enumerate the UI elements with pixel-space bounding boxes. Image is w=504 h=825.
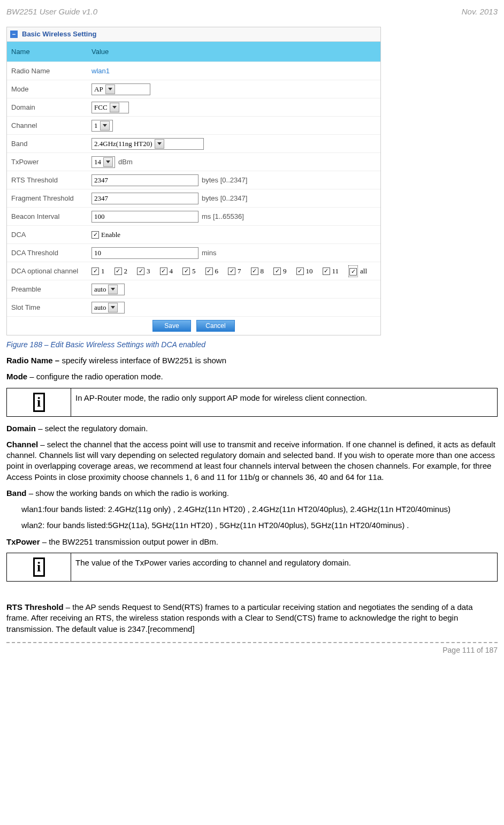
row-channel: Channel 1 <box>7 116 380 134</box>
row-radio-name: Radio Name wlan1 <box>7 62 380 80</box>
chevron-down-icon[interactable] <box>155 139 164 149</box>
dca-channel-label: 3 <box>147 266 150 276</box>
channel-select-value: 1 <box>94 121 98 131</box>
page-separator <box>6 642 498 643</box>
domain-text: – select the regulatory domain. <box>36 424 148 433</box>
dca-channel-label: 2 <box>124 266 128 276</box>
label-domain: Domain <box>7 100 87 116</box>
checkbox-icon <box>251 268 258 275</box>
preamble-select[interactable]: auto <box>91 284 125 295</box>
mode-select[interactable]: AP <box>91 83 150 95</box>
frag-input-value: 2347 <box>94 194 108 203</box>
row-beacon: Beacon Interval 100 ms [1..65536] <box>7 207 380 225</box>
note-text-1: In AP-Router mode, the radio only suppor… <box>71 388 498 416</box>
band-bold: Band <box>6 488 27 498</box>
dca-channel-4[interactable]: 4 <box>160 266 173 276</box>
chevron-down-icon[interactable] <box>105 85 115 94</box>
frag-input[interactable]: 2347 <box>91 193 198 204</box>
checkbox-icon <box>91 268 99 275</box>
rts-hint: bytes [0..2347] <box>202 175 247 185</box>
para-band: Band – show the working bands on which t… <box>6 488 498 499</box>
radio-name-bold: Radio Name – <box>6 356 62 365</box>
checkbox-icon <box>137 268 144 275</box>
page-number: Page 111 of 187 <box>6 645 498 655</box>
domain-bold: Domain <box>6 424 36 433</box>
dca-channel-5[interactable]: 5 <box>182 266 196 276</box>
note-box-2: i The value of the TxPower varies accord… <box>6 553 498 582</box>
checkbox-icon <box>349 268 357 276</box>
dca-channel-9[interactable]: 9 <box>273 266 287 276</box>
para-band-wlan1: wlan1:four bands listed: 2.4GHz(11g only… <box>21 504 498 515</box>
label-dca-threshold: DCA Threshold <box>7 245 87 261</box>
dca-channel-1[interactable]: 1 <box>91 266 105 276</box>
channel-select[interactable]: 1 <box>91 120 113 132</box>
row-mode: Mode AP <box>7 80 380 98</box>
frag-hint: bytes [0..2347] <box>202 194 247 203</box>
para-band-wlan2: wlan2: four bands listed:5GHz(11a), 5GHz… <box>21 520 498 531</box>
band-select[interactable]: 2.4GHz(11ng HT20) <box>91 138 204 150</box>
dca-enable-checkbox[interactable]: Enable <box>91 230 120 240</box>
dca-channel-label: 4 <box>170 266 173 276</box>
dca-threshold-input[interactable]: 10 <box>91 247 198 259</box>
info-icon: i <box>33 557 45 577</box>
label-frag: Fragment Threshold <box>7 190 87 207</box>
dca-channel-label: 5 <box>192 266 196 276</box>
chevron-down-icon[interactable] <box>100 121 110 131</box>
chevron-down-icon[interactable] <box>108 303 118 312</box>
mode-bold: Mode <box>6 372 27 381</box>
dca-channel-11[interactable]: 11 <box>323 266 339 276</box>
note-icon-cell: i <box>7 553 71 581</box>
beacon-input-value: 100 <box>94 212 105 221</box>
domain-select-value: FCC <box>94 103 108 112</box>
value-radio-name: wlan1 <box>91 66 110 76</box>
label-dca-optional: DCA optional channel <box>7 263 87 279</box>
dca-channel-label: 7 <box>238 266 241 276</box>
txpower-bold: TxPower <box>6 537 42 546</box>
chevron-down-icon[interactable] <box>110 103 119 112</box>
save-button[interactable]: Save <box>152 320 191 332</box>
label-beacon: Beacon Interval <box>7 209 87 225</box>
cancel-button[interactable]: Cancel <box>196 320 235 332</box>
checkbox-icon <box>160 268 167 275</box>
dca-channel-6[interactable]: 6 <box>205 266 219 276</box>
figure-caption: Figure 188 – Edit Basic Wireless Setting… <box>6 340 498 350</box>
rts-text: – the AP sends Request to Send(RTS) fram… <box>6 602 473 633</box>
dca-channel-label: 6 <box>215 266 219 276</box>
checkbox-icon <box>182 268 190 275</box>
slot-time-select[interactable]: auto <box>91 302 125 314</box>
dca-channel-10[interactable]: 10 <box>296 266 313 276</box>
checkbox-icon <box>114 268 122 275</box>
page-header: BW2251 User Guide v1.0 Nov. 2013 <box>6 6 498 17</box>
row-dca: DCA Enable <box>7 225 380 243</box>
beacon-hint: ms [1..65536] <box>202 212 244 221</box>
dca-channel-3[interactable]: 3 <box>137 266 150 276</box>
info-icon: i <box>33 393 45 412</box>
rts-input[interactable]: 2347 <box>91 174 198 186</box>
txpower-unit: dBm <box>118 157 133 167</box>
label-channel: Channel <box>7 118 87 134</box>
domain-select[interactable]: FCC <box>91 102 129 113</box>
collapse-icon[interactable]: − <box>10 30 18 38</box>
row-band: Band 2.4GHz(11ng HT20) <box>7 134 380 152</box>
dca-all-label: all <box>360 266 367 276</box>
beacon-input[interactable]: 100 <box>91 211 198 223</box>
note-text-2: The value of the TxPower varies accordin… <box>71 553 498 581</box>
dca-channel-all[interactable]: all <box>348 265 367 277</box>
dca-channel-7[interactable]: 7 <box>228 266 241 276</box>
col-value: Value <box>87 42 380 62</box>
label-radio-name: Radio Name <box>7 63 87 79</box>
focus-outline <box>348 265 358 277</box>
label-dca: DCA <box>7 227 87 243</box>
chevron-down-icon[interactable] <box>108 285 118 294</box>
checkbox-icon <box>323 268 330 275</box>
rts-bold: RTS Threshold <box>6 602 64 612</box>
para-domain: Domain – select the regulatory domain. <box>6 423 498 434</box>
dca-channel-8[interactable]: 8 <box>251 266 264 276</box>
panel-footer: Save Cancel <box>7 316 380 335</box>
para-mode: Mode – configure the radio operation mod… <box>6 371 498 382</box>
row-rts: RTS Threshold 2347 bytes [0..2347] <box>7 171 380 189</box>
txpower-select[interactable]: 14 <box>91 156 115 168</box>
checkbox-icon <box>228 268 235 275</box>
chevron-down-icon[interactable] <box>103 157 113 167</box>
dca-channel-2[interactable]: 2 <box>114 266 128 276</box>
